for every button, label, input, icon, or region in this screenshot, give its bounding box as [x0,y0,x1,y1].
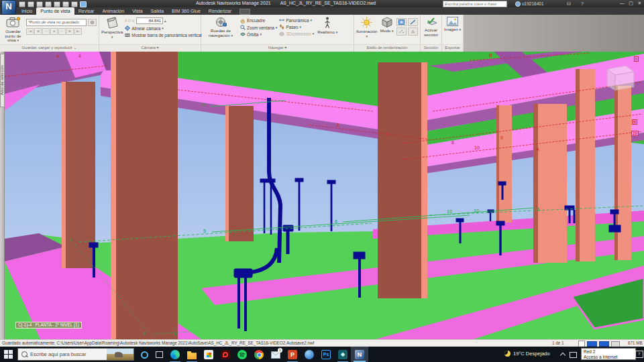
group-save-load-label[interactable]: Guardar, cargar y reproducir ⌄ [0,44,99,52]
step-forward-button[interactable]: ▶ [66,28,74,35]
help-icon[interactable]: ? [581,1,584,7]
taskbar-app-chrome[interactable] [252,349,266,361]
taskbar-app-explorer[interactable] [184,349,199,361]
taskbar-app-mail[interactable]: 1 [268,349,283,361]
new-file-icon[interactable] [19,1,25,7]
tray-expand-icon[interactable] [560,353,566,358]
windows-start-icon[interactable] [4,350,13,359]
show-pan-bar-button[interactable]: Mostrar barra de panorámica vertical [125,32,201,38]
orbit-label: Órbita [247,32,258,37]
step-back-button[interactable]: ◀ [34,28,42,35]
show-surfaces-button[interactable] [396,18,407,26]
viewpoint-settings-icon[interactable] [88,19,97,26]
tab-punto-de-vista[interactable]: Punto de vista [36,7,74,15]
ribbon-display-toggle[interactable] [239,9,250,15]
tab-animacion[interactable]: Animación [98,7,128,15]
align-camera-label: Alinear cámara [131,26,160,31]
viewport-3d[interactable]: Árbol de selección A4B678910A6B195456461… [0,52,644,339]
group-camera-label[interactable]: Cámara ▾ [99,44,201,52]
enable-section-label: Activar sección [424,27,438,37]
spotify-icon [237,350,247,359]
navisworks-logo-icon[interactable]: N [1,0,16,15]
close-button[interactable]: ✕ [635,0,644,7]
cart-icon[interactable]: ⛁ [567,1,571,7]
group-render-style-label[interactable]: Estilo de renderización [354,44,420,52]
notification-icon[interactable]: 7 [635,351,643,358]
network-tooltip: Red 2 Acceso a Internet [581,348,636,360]
view-cube[interactable] [607,66,634,90]
mode-button[interactable]: Modo ▾ [379,16,394,34]
zoom-window-button[interactable]: Zoom ventana ▾ [240,25,277,30]
task-view-icon[interactable] [152,349,166,361]
memory-usage: 671 MB [628,341,643,345]
show-points-button[interactable] [396,27,407,36]
show-lines-button[interactable] [408,18,418,26]
taskbar-app-acrobat[interactable] [218,349,233,361]
taskbar-app-teal[interactable]: ◆ [335,349,350,361]
lighting-button[interactable]: Iluminación ▾ [356,16,377,38]
navigation-wheels-button[interactable]: Ruedas de navegación ▾ [203,16,238,38]
viewpoint-combo[interactable]: *Punto de vista no guardado [26,19,87,26]
display-tray-icon[interactable] [570,352,577,358]
selection-tree-tab[interactable]: Árbol de selección [0,54,5,107]
redo-icon[interactable] [62,1,69,7]
binoculars-icon[interactable]: ⌕ [505,1,508,7]
export-image-button[interactable]: Imagen ▾ [444,16,461,32]
select-cursor-icon[interactable] [80,1,87,7]
group-section-label[interactable]: Sección [421,44,441,52]
user-account-chip[interactable]: u19216401 ▾ [515,1,547,7]
group-export-label[interactable]: Exportar [442,44,463,52]
tab-vista[interactable]: Vista [128,7,146,15]
undo-icon[interactable] [54,1,60,7]
maximize-button[interactable]: ▢ [627,0,635,7]
tab-salida[interactable]: Salida [147,7,168,15]
skip-start-button[interactable]: |◀ [26,28,34,35]
user-icon [515,1,521,7]
skip-end-button[interactable]: ▶| [74,28,82,35]
tab-revisar[interactable]: Revisar [74,7,99,15]
walk-button[interactable]: Paseo ▾ [279,24,314,29]
refresh-icon[interactable] [71,1,78,7]
taskbar-app-store[interactable] [201,349,216,361]
open-file-icon[interactable] [28,1,34,7]
save-viewpoint-button[interactable]: Guardar punto de vista ▾ [2,16,24,43]
enable-section-button[interactable]: Activar sección [423,16,439,37]
taskbar-app-powerpoint[interactable]: P [285,349,300,361]
ribbon: Guardar punto de vista ▾ *Punto de vista… [0,15,644,52]
store-icon [207,353,211,357]
tab-renderizar[interactable]: Renderizar [205,7,235,15]
caret-icon: ▾ [300,25,302,29]
realism-button[interactable]: Realismo ▾ [316,16,339,35]
taskbar-app-photoshop[interactable]: Ps [319,349,333,361]
taskbar-app-sphere[interactable] [302,349,317,361]
cortana-icon[interactable] [137,349,152,361]
tab-inicio[interactable]: Inicio [17,7,36,15]
show-text-button[interactable]: A [408,27,418,36]
pan-button[interactable]: Encuadre [240,17,277,23]
panoramic-button[interactable]: Panorámica ▾ [279,17,314,23]
play-reverse-button[interactable]: ◁ [42,28,50,35]
save-icon[interactable] [36,1,43,7]
tab-bim360glue[interactable]: BIM 360 Glue [168,7,205,15]
align-camera-button[interactable]: Alinear cámara ▾ [125,25,201,31]
taskbar-search[interactable]: Escribe aquí para buscar [17,348,134,361]
camera-controls: F.O.V. ▴ Alinear cámara ▾ [125,16,201,38]
orbit-button[interactable]: Órbita ▾ [240,32,277,37]
help-search-input[interactable]: Escriba palabra clave o frase [443,1,507,7]
play-button[interactable]: ▷ [58,28,66,35]
perspective-icon [105,17,119,29]
spinner-icon[interactable]: ▴ [164,19,166,23]
taskbar-app-spotify[interactable] [235,349,250,361]
perspective-button[interactable]: Perspectiva ▾ [101,16,123,39]
weather-widget[interactable]: 19°C Despejado [504,351,550,357]
quick-access-toolbar [19,1,87,7]
taskbar-app-edge[interactable] [168,349,182,361]
taskbar-app-navisworks-active[interactable]: N [351,347,368,362]
print-icon[interactable] [45,1,52,7]
stop-button[interactable]: ■ [50,28,58,35]
search-highlight-photo[interactable] [107,349,133,360]
lighting-label: Iluminación [356,29,377,34]
group-navigate-label[interactable]: Navegar ▾ [201,44,354,52]
fov-input[interactable] [136,17,163,24]
minimize-button[interactable]: — [618,0,627,7]
